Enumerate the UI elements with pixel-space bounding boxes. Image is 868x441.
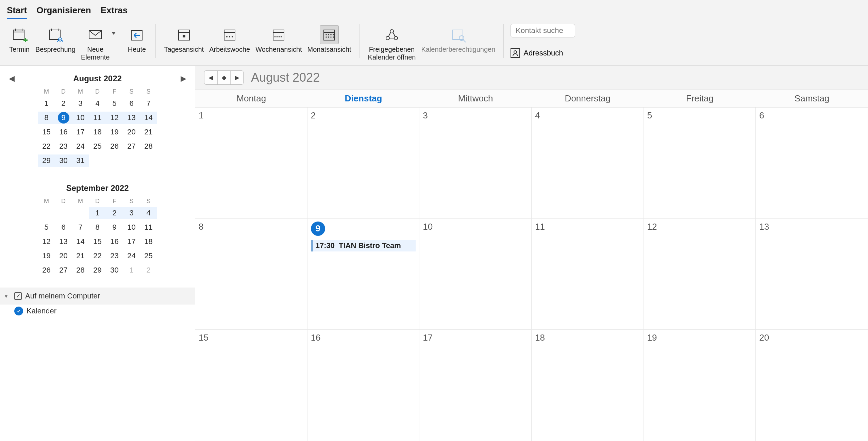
mini-cal-day[interactable]: 10 xyxy=(72,112,89,124)
day-cell[interactable]: 8 xyxy=(195,219,307,330)
mini-cal-day[interactable]: 4 xyxy=(89,97,106,110)
mini-cal-day[interactable]: 3 xyxy=(72,97,89,110)
mini-cal-day[interactable]: 9 xyxy=(55,112,72,124)
mini-cal-day[interactable]: 2 xyxy=(55,97,72,110)
day-cell[interactable]: 2 xyxy=(307,108,420,219)
mini-cal-day[interactable]: 30 xyxy=(55,154,72,167)
mini-cal-day[interactable]: 20 xyxy=(123,126,140,138)
ribbon-heute[interactable]: Heute xyxy=(125,24,149,55)
mini-cal-day[interactable]: 1 xyxy=(38,97,55,110)
mini-cal-day[interactable]: 26 xyxy=(106,140,123,152)
mini-cal-day[interactable]: 18 xyxy=(140,235,157,248)
mini-cal-day[interactable]: 28 xyxy=(72,264,89,276)
day-cell[interactable]: 17 xyxy=(419,330,532,441)
ribbon-neue-elemente[interactable]: Neue Elemente xyxy=(80,24,111,63)
mini-cal-day[interactable]: 1 xyxy=(123,264,140,276)
cal-prev-button[interactable]: ◀ xyxy=(204,71,217,84)
mini-cal-day[interactable]: 23 xyxy=(106,250,123,262)
mini-cal-day[interactable]: 7 xyxy=(140,97,157,110)
mini-cal-day[interactable]: 27 xyxy=(55,264,72,276)
mini-cal-day[interactable]: 2 xyxy=(140,264,157,276)
mini-cal-day[interactable]: 18 xyxy=(89,126,106,138)
mini-cal-day[interactable]: 9 xyxy=(106,221,123,233)
day-cell[interactable]: 6 xyxy=(756,108,868,219)
mini-cal-day[interactable]: 11 xyxy=(89,112,106,124)
day-cell[interactable]: 15 xyxy=(195,330,307,441)
mini-cal-day[interactable]: 22 xyxy=(89,250,106,262)
contact-search-input[interactable] xyxy=(511,24,575,37)
mini-cal-day[interactable]: 14 xyxy=(140,112,157,124)
cal-today-button[interactable]: ◆ xyxy=(217,71,230,84)
mini-cal-day[interactable]: 1 xyxy=(89,207,106,219)
mini-cal-day[interactable]: 3 xyxy=(123,207,140,219)
mini-cal-day[interactable]: 19 xyxy=(38,250,55,262)
mini-cal-day[interactable]: 14 xyxy=(72,235,89,248)
mini-cal-day[interactable]: 30 xyxy=(106,264,123,276)
mini-cal-day[interactable]: 16 xyxy=(106,235,123,248)
ribbon-tagesansicht[interactable]: Tagesansicht xyxy=(163,24,205,55)
mini-cal-day[interactable]: 13 xyxy=(55,235,72,248)
day-cell[interactable]: 1 xyxy=(195,108,307,219)
mini-cal-day[interactable]: 15 xyxy=(38,126,55,138)
mini-cal-day[interactable]: 22 xyxy=(38,140,55,152)
day-cell[interactable]: 19 xyxy=(644,330,756,441)
mini-cal-day[interactable]: 25 xyxy=(140,250,157,262)
mini-cal-day[interactable]: 16 xyxy=(55,126,72,138)
ribbon-monatsansicht[interactable]: Monatsansicht xyxy=(306,24,353,55)
tab-extras[interactable]: Extras xyxy=(101,3,128,19)
tree-root[interactable]: ▾ ✓ Auf meinem Computer xyxy=(3,290,191,303)
mini-cal-day[interactable]: 29 xyxy=(38,154,55,167)
mini-cal-day[interactable]: 17 xyxy=(123,235,140,248)
ribbon-arbeitswoche[interactable]: Arbeitswoche xyxy=(208,24,251,55)
ribbon-besprechung[interactable]: Besprechung xyxy=(34,24,77,55)
mini-cal-day[interactable]: 27 xyxy=(123,140,140,152)
tree-kalender[interactable]: ✓ Kalender xyxy=(0,305,195,317)
mini-cal-day[interactable]: 25 xyxy=(89,140,106,152)
mini-cal-day[interactable]: 6 xyxy=(55,221,72,233)
day-cell[interactable]: 4 xyxy=(532,108,644,219)
mini-cal-day[interactable]: 13 xyxy=(123,112,140,124)
mini-cal-next[interactable]: ▶ xyxy=(179,74,188,83)
day-cell[interactable]: 3 xyxy=(419,108,532,219)
mini-cal-day[interactable]: 4 xyxy=(140,207,157,219)
day-cell[interactable]: 11 xyxy=(532,219,644,330)
mini-cal-day[interactable]: 15 xyxy=(89,235,106,248)
day-cell[interactable]: 5 xyxy=(644,108,756,219)
mini-cal-prev[interactable]: ◀ xyxy=(7,74,16,83)
day-cell[interactable]: 12 xyxy=(644,219,756,330)
mini-cal-day[interactable]: 20 xyxy=(55,250,72,262)
mini-cal-day[interactable]: 17 xyxy=(72,126,89,138)
ribbon-wochenansicht[interactable]: Wochenansicht xyxy=(254,24,303,55)
cal-next-button[interactable]: ▶ xyxy=(230,71,243,84)
mini-cal-day[interactable]: 7 xyxy=(72,221,89,233)
mini-cal-day[interactable]: 31 xyxy=(72,154,89,167)
calendar-event[interactable]: 17:30TIAN Bistro Team xyxy=(311,240,416,251)
day-cell[interactable]: 20 xyxy=(756,330,868,441)
mini-cal-day[interactable]: 6 xyxy=(123,97,140,110)
mini-cal-day[interactable]: 12 xyxy=(106,112,123,124)
mini-cal-day[interactable]: 23 xyxy=(55,140,72,152)
ribbon-freigegeben[interactable]: Freigegebenen Kalender öffnen xyxy=(367,24,417,63)
mini-cal-day[interactable]: 21 xyxy=(140,126,157,138)
mini-cal-day[interactable]: 8 xyxy=(89,221,106,233)
mini-cal-day[interactable]: 2 xyxy=(106,207,123,219)
mini-cal-day[interactable]: 5 xyxy=(106,97,123,110)
ribbon-termin[interactable]: Termin xyxy=(7,24,31,55)
tab-start[interactable]: Start xyxy=(7,3,27,19)
mini-cal-day[interactable]: 5 xyxy=(38,221,55,233)
mini-cal-day[interactable]: 28 xyxy=(140,140,157,152)
checkbox-icon[interactable]: ✓ xyxy=(14,292,22,300)
tab-organisieren[interactable]: Organisieren xyxy=(36,3,91,19)
day-cell[interactable]: 10 xyxy=(419,219,532,330)
day-cell[interactable]: 18 xyxy=(532,330,644,441)
mini-cal-day[interactable]: 12 xyxy=(38,235,55,248)
adressbuch-button[interactable]: Adressbuch xyxy=(511,48,563,58)
day-cell[interactable]: 16 xyxy=(307,330,420,441)
mini-cal-day[interactable]: 11 xyxy=(140,221,157,233)
day-cell[interactable]: 13 xyxy=(756,219,868,330)
mini-cal-day[interactable]: 19 xyxy=(106,126,123,138)
mini-cal-day[interactable]: 29 xyxy=(89,264,106,276)
mini-cal-day[interactable]: 21 xyxy=(72,250,89,262)
day-cell[interactable]: 917:30TIAN Bistro Team xyxy=(307,219,420,330)
mini-cal-day[interactable]: 10 xyxy=(123,221,140,233)
